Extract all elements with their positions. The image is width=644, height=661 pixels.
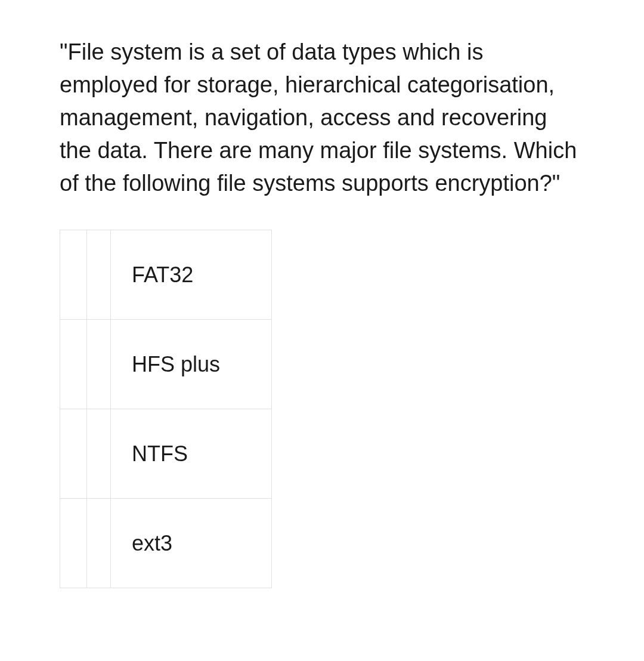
- option-selector-b[interactable]: [87, 499, 111, 588]
- option-selector-a[interactable]: [60, 320, 87, 409]
- option-row[interactable]: FAT32: [60, 230, 272, 320]
- option-label: FAT32: [132, 262, 193, 287]
- option-label: ext3: [132, 531, 172, 555]
- option-label-cell[interactable]: HFS plus: [111, 320, 272, 409]
- option-selector-a[interactable]: [60, 230, 87, 320]
- options-table: FAT32 HFS plus NTFS ext3: [60, 230, 272, 588]
- option-selector-a[interactable]: [60, 409, 87, 499]
- option-label: HFS plus: [132, 352, 220, 376]
- option-label-cell[interactable]: FAT32: [111, 230, 272, 320]
- option-row[interactable]: NTFS: [60, 409, 272, 499]
- option-selector-b[interactable]: [87, 320, 111, 409]
- option-label: NTFS: [132, 441, 188, 466]
- option-row[interactable]: ext3: [60, 499, 272, 588]
- option-selector-a[interactable]: [60, 499, 87, 588]
- option-label-cell[interactable]: NTFS: [111, 409, 272, 499]
- question-text: "File system is a set of data types whic…: [60, 36, 584, 200]
- option-selector-b[interactable]: [87, 409, 111, 499]
- option-selector-b[interactable]: [87, 230, 111, 320]
- option-label-cell[interactable]: ext3: [111, 499, 272, 588]
- option-row[interactable]: HFS plus: [60, 320, 272, 409]
